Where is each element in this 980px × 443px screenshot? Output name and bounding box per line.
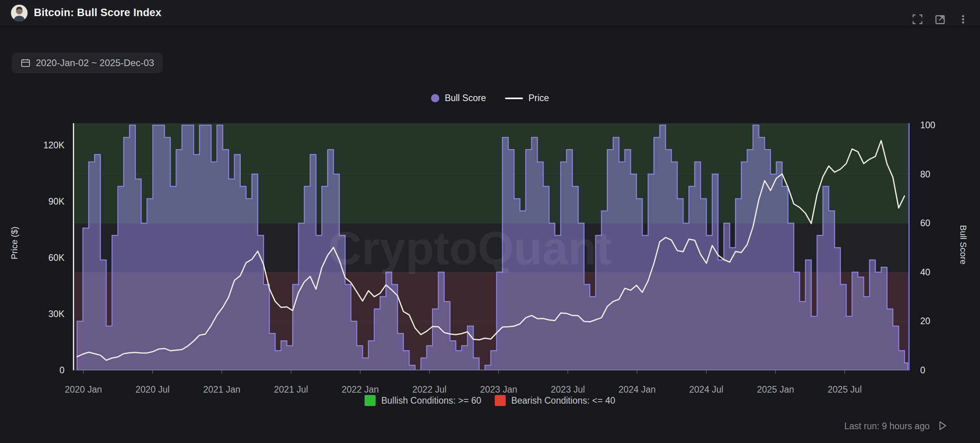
x-axis-tick-label: 2022 Jul [398,384,461,395]
price-axis-tick-label: 60K [20,252,64,263]
bearish-legend-label: Bearish Conditions: <= 40 [511,395,615,406]
x-axis-tick-label: 2022 Jan [329,384,392,395]
price-axis-tick-label: 30K [20,308,64,319]
x-axis-tick-label: 2020 Jan [52,384,115,395]
x-axis-tick-label: 2021 Jan [190,384,253,395]
app-window: Bitcoin: Bull Score Index [0,0,980,443]
bull-score-axis-tick-label: 40 [920,267,956,278]
price-axis-tick-label: 120K [20,140,64,151]
watermark: CryptoQuant [328,222,612,274]
x-axis-tick-label: 2020 Jul [121,384,184,395]
run-button[interactable] [936,419,949,433]
bearish-legend-swatch [495,395,506,406]
price-axis-tick-label: 90K [20,196,64,207]
bull-score-axis-tick-label: 0 [920,365,956,376]
x-axis-tick-label: 2024 Jul [675,384,738,395]
price-axis-tick-label: 0 [20,365,64,376]
bull-score-axis-tick-label: 100 [920,120,956,131]
price-axis-title: Price ($) [9,227,20,259]
x-axis-tick-label: 2025 Jul [813,384,876,395]
x-axis-tick-label: 2024 Jan [606,384,669,395]
x-axis-tick-label: 2021 Jul [260,384,322,395]
x-axis-tick-label: 2023 Jul [536,384,599,395]
bullish-legend-swatch [365,395,376,406]
last-run: Last run: 9 hours ago [844,419,949,433]
zone-legend: Bullish Conditions: >= 60 Bearish Condit… [0,395,980,406]
last-run-label: Last run: 9 hours ago [844,421,930,432]
x-axis-tick-label: 2025 Jan [744,384,807,395]
bull-score-axis-title: Bull Score [958,225,968,264]
plot-svg[interactable]: CryptoQuant [0,0,980,443]
bull-score-axis-tick-label: 20 [920,316,956,327]
x-axis-tick-label: 2023 Jan [467,384,530,395]
play-icon [936,419,949,432]
bull-score-axis-tick-label: 60 [920,218,956,229]
bull-score-axis-tick-label: 80 [920,169,956,180]
bullish-legend-label: Bullish Conditions: >= 60 [381,395,481,406]
